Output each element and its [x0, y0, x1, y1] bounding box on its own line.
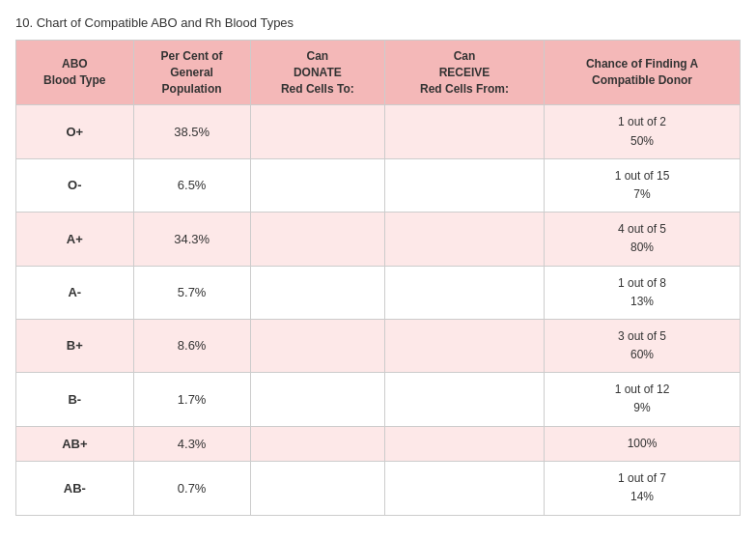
- can-receive-cell: [385, 213, 545, 266]
- blood-type-table: ABOBlood Type Per Cent ofGeneralPopulati…: [15, 40, 741, 516]
- percent-pop-cell: 34.3%: [133, 213, 250, 266]
- header-chance: Chance of Finding ACompatible Donor: [545, 41, 741, 105]
- blood-type-cell: O-: [16, 158, 134, 212]
- percent-pop-cell: 5.7%: [133, 266, 250, 319]
- can-donate-cell: [250, 319, 384, 372]
- percent-pop-cell: 1.7%: [133, 373, 250, 426]
- chance-cell: 1 out of 129%: [545, 373, 741, 426]
- can-receive-cell: [385, 319, 545, 372]
- table-row: AB-0.7%1 out of 714%: [16, 462, 741, 515]
- header-can-donate: CanDONATERed Cells To:: [250, 41, 384, 105]
- can-receive-cell: [385, 462, 545, 515]
- percent-pop-cell: 38.5%: [133, 105, 250, 158]
- can-donate-cell: [250, 213, 384, 266]
- chart-title: 10. Chart of Compatible ABO and Rh Blood…: [15, 15, 741, 30]
- blood-type-cell: A-: [16, 266, 134, 319]
- table-row: O+38.5%1 out of 250%: [16, 105, 741, 158]
- blood-type-cell: AB-: [16, 462, 134, 515]
- percent-pop-cell: 0.7%: [133, 462, 250, 515]
- can-receive-cell: [385, 373, 545, 426]
- can-donate-cell: [250, 105, 384, 158]
- blood-type-cell: B-: [16, 373, 134, 426]
- chance-cell: 1 out of 714%: [545, 462, 741, 515]
- percent-pop-cell: 4.3%: [133, 426, 250, 462]
- can-donate-cell: [250, 462, 384, 515]
- chance-cell: 4 out of 580%: [545, 213, 741, 266]
- table-row: A+34.3%4 out of 580%: [16, 213, 741, 266]
- chance-cell: 3 out of 560%: [545, 319, 741, 372]
- can-receive-cell: [385, 266, 545, 319]
- percent-pop-cell: 8.6%: [133, 319, 250, 372]
- table-row: A-5.7%1 out of 813%: [16, 266, 741, 319]
- blood-type-cell: B+: [16, 319, 134, 372]
- can-donate-cell: [250, 373, 384, 426]
- blood-type-cell: A+: [16, 213, 134, 266]
- table-row: AB+4.3%100%: [16, 426, 741, 462]
- can-receive-cell: [385, 105, 545, 158]
- can-receive-cell: [385, 158, 545, 212]
- header-can-receive: CanRECEIVERed Cells From:: [385, 41, 545, 105]
- header-blood-type: ABOBlood Type: [16, 41, 134, 105]
- can-donate-cell: [250, 266, 384, 319]
- chance-cell: 100%: [545, 426, 741, 462]
- table-header-row: ABOBlood Type Per Cent ofGeneralPopulati…: [16, 41, 741, 105]
- blood-type-cell: AB+: [16, 426, 134, 462]
- chance-cell: 1 out of 813%: [545, 266, 741, 319]
- table-row: B+8.6%3 out of 560%: [16, 319, 741, 372]
- blood-type-cell: O+: [16, 105, 134, 158]
- can-receive-cell: [385, 426, 545, 462]
- header-percent-pop: Per Cent ofGeneralPopulation: [133, 41, 250, 105]
- can-donate-cell: [250, 426, 384, 462]
- table-row: B-1.7%1 out of 129%: [16, 373, 741, 426]
- chance-cell: 1 out of 157%: [545, 158, 741, 212]
- can-donate-cell: [250, 158, 384, 212]
- chance-cell: 1 out of 250%: [545, 105, 741, 158]
- percent-pop-cell: 6.5%: [133, 158, 250, 212]
- table-row: O-6.5%1 out of 157%: [16, 158, 741, 212]
